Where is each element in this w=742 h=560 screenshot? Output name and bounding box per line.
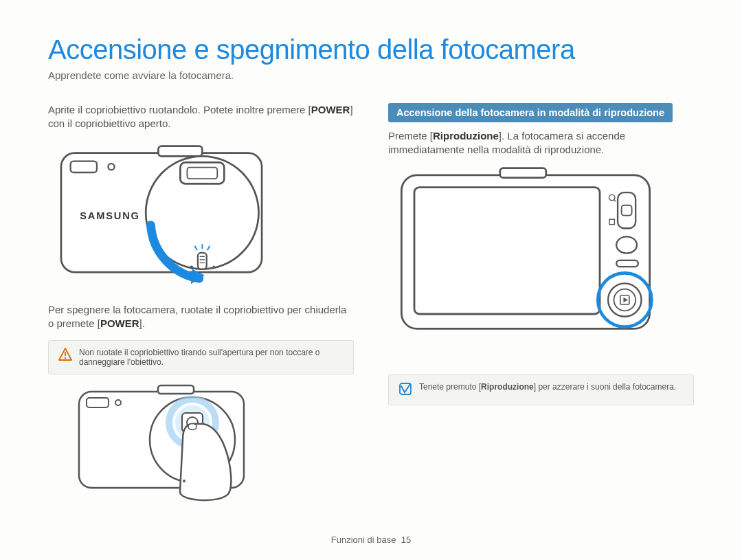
tip-text: Tenete premuto [Riproduzione] per azzera… [419,382,676,392]
svg-rect-39 [616,260,638,266]
svg-rect-15 [71,161,97,172]
power-label: POWER [100,317,139,329]
power-label: POWER [311,104,350,115]
text: Tenete premuto [ [419,382,481,392]
svg-point-12 [190,265,194,269]
page-footer: Funzioni di base 15 [0,535,742,545]
brand-logo: SAMSUNG [80,210,139,221]
page-subtitle: Apprendete come avviare la fotocamera. [48,69,694,81]
page-title: Accensione e spegnimento della fotocamer… [48,34,694,65]
riproduzione-label: Riproduzione [481,382,534,392]
svg-rect-21 [158,385,194,394]
left-column: Aprite il copriobiettivo ruotandolo. Pot… [48,103,354,508]
svg-point-38 [616,236,637,253]
warning-note: Non ruotate il copriobiettivo tirando su… [48,340,354,374]
text: Aprite il copriobiettivo ruotandolo. Pot… [48,104,311,115]
playback-mode-heading: Accensione della fotocamera in modalità … [388,103,673,122]
two-column-layout: Aprite il copriobiettivo ruotandolo. Pot… [48,103,694,508]
riproduzione-label: Riproduzione [433,130,499,142]
close-lens-paragraph: Per spegnere la fotocamera, ruotate il c… [48,303,354,331]
footer-section: Funzioni di base [331,535,396,545]
svg-rect-32 [414,187,600,313]
note-icon [398,382,412,398]
svg-rect-27 [87,398,109,407]
svg-point-19 [65,357,66,359]
footer-page-number: 15 [401,535,411,545]
svg-point-16 [108,164,114,170]
svg-rect-31 [500,168,546,177]
manual-page: Accensione e spegnimento della fotocamer… [0,0,742,560]
text: ]. [139,317,145,329]
svg-point-28 [115,400,121,405]
text: ] per azzerare i suoni della fotocamera. [534,382,676,392]
svg-rect-34 [622,205,632,215]
svg-rect-8 [198,252,207,269]
camera-finger-illustration [76,381,254,505]
svg-point-29 [183,480,186,482]
text: Per spegnere la fotocamera, ruotate il c… [48,304,346,329]
svg-rect-4 [187,167,217,178]
svg-rect-1 [158,146,202,156]
warning-icon [58,348,72,363]
camera-back-illustration [388,166,663,351]
camera-front-illustration: SAMSUNG [48,144,275,288]
tip-note: Tenete premuto [Riproduzione] per azzera… [388,374,694,405]
open-lens-paragraph: Aprite il copriobiettivo ruotandolo. Pot… [48,103,354,131]
warning-text: Non ruotate il copriobiettivo tirando su… [79,348,344,367]
text: Premete [ [388,130,433,142]
right-column: Accensione della fotocamera in modalità … [388,103,694,508]
playback-paragraph: Premete [Riproduzione]. La fotocamera si… [388,129,694,157]
